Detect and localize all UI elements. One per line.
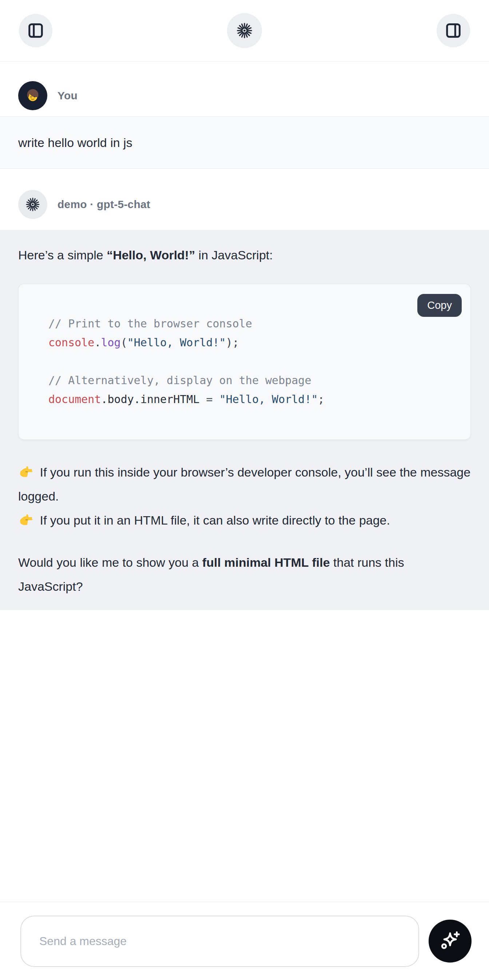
user-message-text: write hello world in js [18,136,471,149]
assistant-message: demo · gpt-5-chat Here’s a simple “Hello… [0,190,489,610]
sparkle-plus-icon [438,929,462,953]
panel-right-icon [445,22,462,39]
assistant-author-label: demo · gpt-5-chat [57,198,150,211]
assistant-avatar [18,190,47,219]
user-message-header: You [0,81,489,110]
code-line [48,352,450,371]
pointing-right-emoji-icon [18,464,33,479]
sidebar-toggle-button[interactable] [19,14,53,47]
code-content: // Print to the browser consoleconsole.l… [19,284,470,439]
starburst-logo-icon [235,21,254,40]
ai-send-button[interactable] [428,920,471,963]
app-logo-button[interactable] [227,13,262,48]
panel-left-icon [27,22,44,39]
code-line: document.body.innerHTML = "Hello, World!… [48,390,450,409]
chat-messages: You write hello world in js demo · gpt-5… [0,62,489,902]
user-message: You write hello world in js [0,81,489,169]
assistant-message-body: Here’s a simple “Hello, World!” in JavaS… [0,230,489,610]
composer-bar [0,902,489,980]
code-line: // Print to the browser console [48,314,450,333]
assistant-tips-paragraph: If you run this inside your browser’s de… [18,460,471,532]
pointing-right-emoji-icon [18,512,33,527]
code-block: Copy // Print to the browser consolecons… [18,284,471,440]
starburst-avatar-icon [24,196,41,213]
user-message-bubble: write hello world in js [0,116,489,169]
assistant-intro-paragraph: Here’s a simple “Hello, World!” in JavaS… [18,243,471,267]
user-author-label: You [57,89,78,102]
code-line: console.log("Hello, World!"); [48,333,450,352]
copy-code-button[interactable]: Copy [417,294,462,317]
assistant-followup-paragraph: Would you like me to show you a full min… [18,550,471,598]
chat-app: You write hello world in js demo · gpt-5… [0,0,489,980]
user-avatar [18,81,47,110]
message-input[interactable] [21,916,419,967]
person-avatar-icon [22,86,43,106]
assistant-message-header: demo · gpt-5-chat [0,190,489,219]
right-panel-toggle-button[interactable] [436,14,470,47]
code-line: // Alternatively, display on the webpage [48,371,450,390]
top-bar [0,0,489,62]
